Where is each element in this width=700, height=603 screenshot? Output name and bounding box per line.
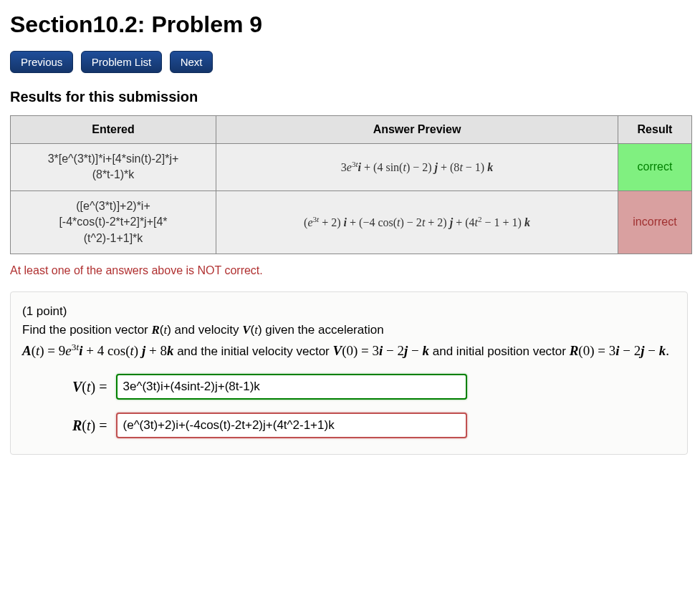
answer-row-v: V(t) = bbox=[72, 374, 676, 400]
r0-expr: R(0) = 3i − 2j − k. bbox=[570, 343, 669, 358]
result-cell: correct bbox=[618, 144, 692, 191]
previous-button[interactable]: Previous bbox=[10, 51, 73, 73]
r-input[interactable] bbox=[116, 413, 467, 438]
problem-list-button[interactable]: Problem List bbox=[81, 51, 162, 73]
entered-cell: ([e^(3*t)]+2)*i+[-4*cos(t)-2*t+2]*j+[4*(… bbox=[11, 190, 216, 254]
v0-expr: V(0) = 3i − 2j − k bbox=[332, 343, 429, 358]
r-label: R(t) = bbox=[72, 415, 107, 437]
table-row: ([e^(3*t)]+2)*i+[-4*cos(t)-2*t+2]*j+[4*(… bbox=[11, 190, 692, 254]
acceleration-expr: A(t) = 9e3ti + 4 cos(t) j + 8k bbox=[22, 343, 173, 358]
result-cell: incorrect bbox=[618, 190, 692, 254]
preview-cell: (e3t + 2) i + (−4 cos(t) − 2t + 2) j + (… bbox=[216, 190, 618, 254]
v-input[interactable] bbox=[116, 374, 467, 400]
next-button[interactable]: Next bbox=[170, 51, 214, 73]
results-table: Entered Answer Preview Result 3*[e^(3*t)… bbox=[10, 115, 692, 254]
results-heading: Results for this submission bbox=[10, 89, 690, 105]
preview-cell: 3e3ti + (4 sin(t) − 2) j + (8t − 1) k bbox=[216, 144, 618, 191]
page-title: Section10.2: Problem 9 bbox=[10, 11, 690, 38]
entered-cell: 3*[e^(3*t)]*i+[4*sin(t)-2]*j+(8*t-1)*k bbox=[11, 144, 216, 191]
mid-text-2: and initial position vector bbox=[433, 344, 570, 358]
col-entered: Entered bbox=[11, 116, 216, 144]
col-preview: Answer Preview bbox=[216, 116, 618, 144]
mid-text-1: and the initial velocity vector bbox=[177, 344, 332, 358]
col-result: Result bbox=[618, 116, 692, 144]
answer-row-r: R(t) = bbox=[72, 413, 676, 438]
points-label: (1 point) bbox=[22, 302, 676, 321]
warning-text: At least one of the answers above is NOT… bbox=[10, 264, 690, 277]
intro-text: Find the position vector R(t) and veloci… bbox=[22, 323, 384, 337]
nav-row: Previous Problem List Next bbox=[10, 51, 690, 73]
problem-statement: (1 point) Find the position vector R(t) … bbox=[10, 291, 688, 455]
table-row: 3*[e^(3*t)]*i+[4*sin(t)-2]*j+(8*t-1)*k3e… bbox=[11, 144, 692, 191]
v-label: V(t) = bbox=[72, 376, 107, 398]
